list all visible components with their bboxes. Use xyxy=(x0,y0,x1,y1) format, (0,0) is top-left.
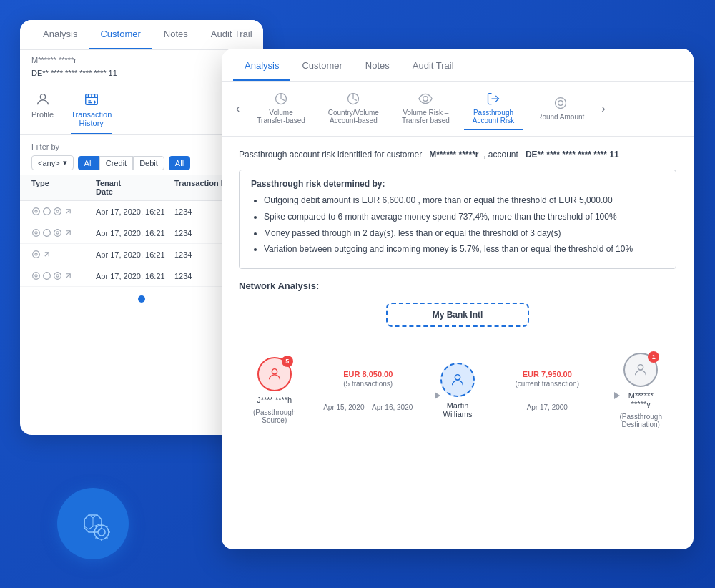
center-person-icon xyxy=(450,372,465,388)
arrow-segment-1: EUR 8,050.00 (5 transactions) Apr 15, 20… xyxy=(295,370,440,411)
row-icons xyxy=(31,207,96,216)
arrow1-line xyxy=(295,392,440,399)
network-title: Network Analysis: xyxy=(239,280,676,291)
eye-icon xyxy=(418,92,433,106)
svg-point-23 xyxy=(556,97,566,108)
risk-customer-masked: M****** *****r xyxy=(429,150,478,160)
svg-line-42 xyxy=(96,537,97,539)
filter-all2-btn[interactable]: All xyxy=(169,156,190,170)
svg-line-39 xyxy=(96,526,97,528)
credit-debit-toggle: All Credit Debit xyxy=(78,156,164,170)
center-node: MartinWilliams xyxy=(440,363,475,418)
svg-point-0 xyxy=(40,94,45,99)
svg-point-3 xyxy=(35,210,37,212)
tab-analysis-front[interactable]: Analysis xyxy=(233,52,290,81)
front-card-tabs: Analysis Customer Notes Audit Trail xyxy=(222,49,694,82)
filter-dropdown[interactable]: <any> ▾ xyxy=(31,155,74,170)
analysis-tab-passthrough[interactable]: PassthroughAccount Risk xyxy=(464,87,523,130)
col-tenant-date: Tenant Date xyxy=(96,179,174,196)
source-sublabel: (PassthroughSource) xyxy=(253,408,295,424)
transaction-icon xyxy=(84,92,99,107)
arrow1-sub2: Apr 15, 2020 – Apr 16, 2020 xyxy=(323,403,413,411)
tab-audit-front[interactable]: Audit Trail xyxy=(401,52,465,81)
svg-point-27 xyxy=(638,365,644,370)
nav-prev-arrow[interactable]: ‹ xyxy=(233,99,242,118)
source-circle: 5 xyxy=(257,357,292,391)
filter-debit-btn[interactable]: Debit xyxy=(133,156,164,170)
network-diagram: My Bank Intl 5 J**** ****h (PassthroughS… xyxy=(239,303,676,446)
chevron-down-icon: ▾ xyxy=(63,158,67,167)
svg-point-5 xyxy=(54,208,61,215)
dest-label: M***********y xyxy=(628,391,654,408)
dest-sublabel: (PassthroughDestination) xyxy=(620,413,662,428)
tab-customer-front[interactable]: Customer xyxy=(290,52,353,81)
svg-point-15 xyxy=(35,275,37,277)
svg-point-21 xyxy=(423,97,428,102)
arrow2-line xyxy=(475,392,620,399)
analysis-tab-volume-transfer[interactable]: VolumeTransfer-based xyxy=(248,87,313,130)
risk-item: Money passed through in 2 day(s), less t… xyxy=(264,227,664,240)
source-label: J**** ****h xyxy=(257,396,292,404)
svg-point-17 xyxy=(54,273,61,280)
circle-icon xyxy=(553,96,568,110)
bank-box: My Bank Intl xyxy=(386,303,529,327)
row-icons xyxy=(31,250,96,259)
dest-circle: 1 xyxy=(623,353,658,387)
svg-point-18 xyxy=(56,275,59,277)
tab-notes-back[interactable]: Notes xyxy=(152,20,199,49)
source-person-icon xyxy=(267,366,282,382)
arrow1-amount: EUR 8,050.00 xyxy=(343,370,393,378)
col-type: Type xyxy=(31,179,96,196)
svg-point-26 xyxy=(455,375,460,380)
nav-next-arrow[interactable]: › xyxy=(598,99,608,118)
tab-customer-back[interactable]: Customer xyxy=(89,20,152,49)
analysis-tab-country-volume[interactable]: Country/VolumeAccount-based xyxy=(320,87,388,130)
arrow2-sub2: Apr 17, 2000 xyxy=(527,403,568,411)
gear-cube-icon xyxy=(73,504,113,544)
risk-header-line: Passthrough account risk identified for … xyxy=(239,148,676,161)
row-icons xyxy=(31,271,96,280)
filter-credit-btn[interactable]: Credit xyxy=(99,156,133,170)
dest-person-icon xyxy=(633,362,649,378)
svg-point-9 xyxy=(44,230,51,237)
svg-point-6 xyxy=(56,210,59,212)
profile-tab[interactable]: Profile xyxy=(31,92,54,134)
svg-point-14 xyxy=(33,273,40,280)
arrow2-amount: EUR 7,950.00 xyxy=(523,370,572,378)
svg-point-4 xyxy=(44,208,51,215)
row-icons xyxy=(31,228,96,237)
source-node: 5 J**** ****h (PassthroughSource) xyxy=(253,357,295,424)
tab-analysis-back[interactable]: Analysis xyxy=(31,20,89,49)
risk-item: Spike compared to 6 month average money … xyxy=(264,211,664,223)
chart-icon xyxy=(274,92,288,106)
tab-audit-back[interactable]: Audit Trail xyxy=(199,20,263,49)
chart2-icon xyxy=(346,92,360,106)
analysis-tab-volume-risk[interactable]: Volume Risk –Transfer based xyxy=(393,87,458,130)
center-label: MartinWilliams xyxy=(443,401,473,418)
arrow-segment-2: EUR 7,950.00 (current transaction) Apr 1… xyxy=(475,370,620,411)
risk-account-de: DE** **** **** **** **** 11 xyxy=(526,150,619,160)
person-icon xyxy=(35,92,51,107)
svg-point-2 xyxy=(33,208,40,215)
svg-point-8 xyxy=(35,232,37,234)
svg-point-12 xyxy=(33,251,40,258)
filter-row: <any> ▾ All Credit Debit All xyxy=(31,155,252,170)
center-circle xyxy=(440,363,475,397)
arrow1-sub1: (5 transactions) xyxy=(343,380,393,388)
svg-point-24 xyxy=(558,100,563,105)
back-card-tabs: Analysis Customer Notes Audit Trail xyxy=(20,20,263,50)
transaction-history-tab[interactable]: TransactionHistory xyxy=(71,92,112,134)
arrow2-sub1: (current transaction) xyxy=(516,380,579,388)
risk-item: Outgoing debit amount is EUR 6,600.00 , … xyxy=(264,195,664,207)
risk-content: Passthrough account risk identified for … xyxy=(222,137,694,457)
node-row: 5 J**** ****h (PassthroughSource) EUR 8,… xyxy=(239,353,676,428)
filter-all-btn[interactable]: All xyxy=(78,156,99,170)
analysis-tab-round-amount[interactable]: Round Amount xyxy=(528,92,593,127)
svg-point-16 xyxy=(44,273,51,280)
svg-line-41 xyxy=(107,526,108,528)
svg-line-40 xyxy=(107,537,108,539)
svg-point-7 xyxy=(33,230,40,237)
svg-point-13 xyxy=(35,253,37,255)
risk-list: Outgoing debit amount is EUR 6,600.00 , … xyxy=(251,195,664,255)
tab-notes-front[interactable]: Notes xyxy=(354,52,401,81)
